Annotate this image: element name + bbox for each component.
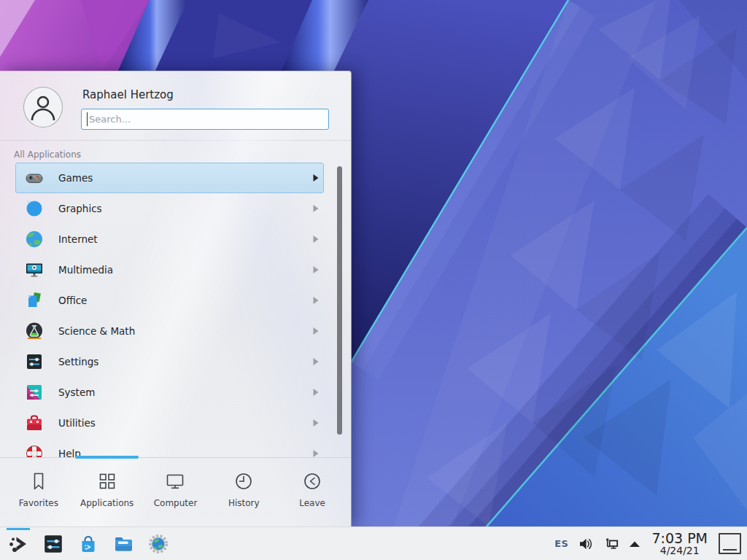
- tab-computer[interactable]: Computer: [142, 458, 210, 527]
- tab-history[interactable]: History: [209, 458, 278, 527]
- system-tray: ES 7:03 PM: [554, 531, 747, 557]
- file-manager-button[interactable]: [109, 528, 137, 560]
- folder-icon: [112, 533, 134, 555]
- category-games[interactable]: Games: [15, 163, 324, 193]
- tab-applications[interactable]: Applications: [73, 458, 142, 527]
- category-label: Games: [58, 172, 93, 184]
- grid-icon: [96, 470, 118, 492]
- category-label: Science & Math: [58, 325, 135, 337]
- digital-clock[interactable]: 7:03 PM 4/24/21: [650, 531, 709, 557]
- keyboard-layout-indicator[interactable]: ES: [554, 538, 568, 549]
- lifebuoy-icon: [24, 443, 44, 458]
- tab-leave[interactable]: Leave: [278, 458, 347, 527]
- user-name: Raphael Hertzog: [82, 88, 329, 101]
- volume-icon[interactable]: [578, 536, 594, 552]
- category-label: Settings: [58, 356, 98, 368]
- gamepad-icon: [24, 168, 44, 188]
- tab-label: Computer: [154, 498, 198, 508]
- clock-icon: [233, 470, 255, 492]
- desktop: Raphael Hertzog All Applications: [0, 0, 747, 560]
- kickoff-icon: [7, 533, 29, 555]
- chevron-right-icon: [313, 419, 319, 427]
- user-icon: [29, 93, 57, 122]
- category-office[interactable]: Office: [15, 285, 324, 316]
- text-cursor: [87, 112, 88, 126]
- section-label: All Applications: [14, 149, 81, 160]
- category-graphics[interactable]: Graphics: [15, 193, 324, 224]
- category-label: Graphics: [58, 203, 102, 214]
- discover-button[interactable]: [74, 528, 102, 560]
- active-tab-indicator: [75, 456, 139, 459]
- category-label: Office: [58, 295, 87, 306]
- category-utilities[interactable]: Utilities: [15, 408, 324, 438]
- sliders-icon: [24, 351, 44, 372]
- chevron-right-icon: [313, 266, 319, 273]
- chevron-right-icon: [313, 450, 319, 457]
- tab-label: Favorites: [19, 498, 58, 508]
- application-category-list: Games Graphics: [0, 163, 351, 458]
- launcher-header: Raphael Hertzog: [0, 71, 351, 130]
- chevron-right-icon: [313, 327, 319, 335]
- show-desktop-button[interactable]: [719, 533, 741, 554]
- scrollbar-thumb[interactable]: [337, 166, 342, 435]
- network-icon[interactable]: [603, 536, 619, 552]
- bookmark-icon: [28, 470, 50, 492]
- software-bag-icon: [77, 533, 99, 555]
- monitor-icon: [164, 470, 186, 492]
- tab-label: Applications: [80, 498, 133, 508]
- system-sliders-icon: [24, 382, 44, 402]
- chevron-right-icon: [313, 205, 319, 212]
- search-input[interactable]: [81, 109, 329, 130]
- category-label: System: [58, 386, 95, 398]
- category-science-math[interactable]: Science & Math: [15, 316, 324, 346]
- category-system[interactable]: System: [15, 377, 324, 408]
- tab-label: Leave: [299, 498, 325, 508]
- system-settings-button[interactable]: [39, 528, 67, 560]
- sliders-icon: [42, 533, 64, 555]
- globe-gear-icon: [147, 533, 169, 555]
- category-multimedia[interactable]: Multimedia: [15, 254, 324, 285]
- chevron-right-icon: [313, 389, 319, 396]
- tab-label: History: [228, 498, 260, 508]
- category-help[interactable]: Help: [15, 438, 324, 458]
- documents-icon: [24, 290, 44, 311]
- chevron-right-icon: [313, 297, 319, 304]
- application-launcher-button[interactable]: [4, 528, 32, 560]
- launcher-tab-bar: Favorites Applications: [0, 457, 351, 527]
- web-browser-button[interactable]: [144, 528, 172, 560]
- media-monitor-icon: [24, 260, 44, 280]
- taskbar: ES 7:03 PM: [0, 526, 747, 560]
- section-header: All Applications: [0, 140, 351, 160]
- category-label: Internet: [58, 233, 98, 245]
- category-internet[interactable]: Internet: [15, 224, 324, 254]
- category-settings[interactable]: Settings: [15, 346, 324, 377]
- clock-time: 7:03 PM: [651, 531, 708, 546]
- globe-icon: [24, 229, 44, 249]
- tab-favorites[interactable]: Favorites: [4, 458, 73, 527]
- category-label: Multimedia: [58, 264, 113, 276]
- toolbox-icon: [24, 413, 44, 433]
- chevron-right-icon: [313, 358, 319, 365]
- leave-circle-icon: [301, 470, 323, 492]
- chevron-right-icon: [313, 236, 319, 243]
- user-avatar[interactable]: [23, 87, 63, 128]
- active-task-indicator: [7, 528, 30, 530]
- flask-icon: [24, 321, 44, 341]
- tray-expand-arrow-icon[interactable]: [629, 540, 640, 548]
- clock-date: 4/24/21: [660, 545, 700, 556]
- application-launcher-panel: Raphael Hertzog All Applications: [0, 71, 352, 527]
- category-label: Utilities: [58, 417, 96, 429]
- chevron-right-icon: [313, 174, 319, 182]
- sphere-icon: [24, 198, 44, 219]
